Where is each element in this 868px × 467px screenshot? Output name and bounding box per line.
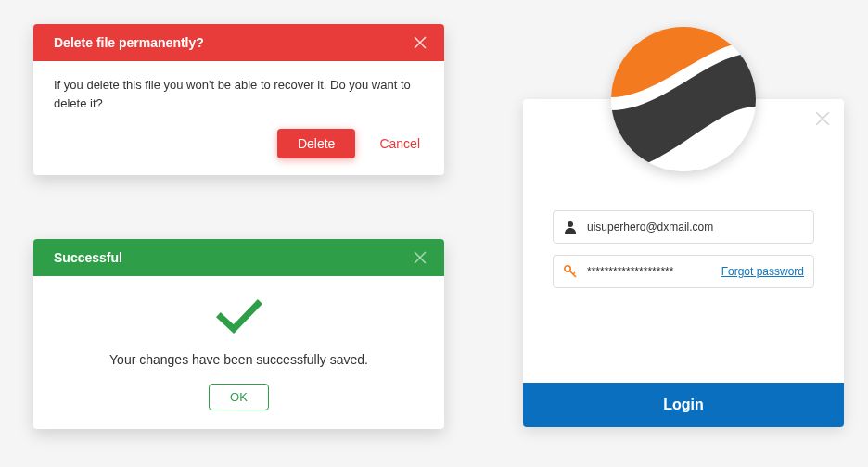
forgot-password-link[interactable]: Forgot password [721, 265, 804, 278]
email-value: uisuperhero@dxmail.com [587, 221, 804, 234]
logo-icon [611, 27, 756, 171]
delete-dialog-message: If you delete this file you won't be abl… [33, 61, 444, 121]
success-dialog-message: Your changes have been successfully save… [52, 352, 426, 367]
success-dialog: Successful Your changes have been succes… [33, 239, 444, 429]
success-dialog-title: Successful [54, 250, 122, 265]
delete-button[interactable]: Delete [277, 129, 355, 158]
password-value: ******************** [587, 265, 714, 278]
login-logo [611, 27, 756, 171]
delete-dialog-title: Delete file permanently? [54, 35, 204, 50]
ok-button[interactable]: OK [209, 384, 269, 410]
login-panel: uisuperhero@dxmail.com *****************… [523, 99, 844, 427]
password-field[interactable]: ******************** Forgot password [553, 255, 814, 288]
delete-dialog-header: Delete file permanently? [33, 24, 444, 61]
user-icon [563, 220, 578, 234]
email-field[interactable]: uisuperhero@dxmail.com [553, 210, 814, 244]
svg-point-7 [568, 221, 573, 227]
delete-dialog: Delete file permanently? If you delete t… [33, 24, 444, 175]
close-icon[interactable] [814, 110, 831, 127]
success-dialog-header: Successful [33, 239, 444, 276]
key-icon [563, 264, 578, 279]
svg-line-10 [573, 272, 575, 274]
close-icon[interactable] [413, 35, 428, 50]
cancel-button[interactable]: Cancel [376, 129, 424, 158]
login-button[interactable]: Login [523, 383, 844, 427]
success-dialog-body: Your changes have been successfully save… [33, 276, 444, 429]
delete-dialog-footer: Delete Cancel [33, 121, 444, 175]
close-icon[interactable] [413, 250, 428, 265]
check-icon [215, 298, 263, 335]
